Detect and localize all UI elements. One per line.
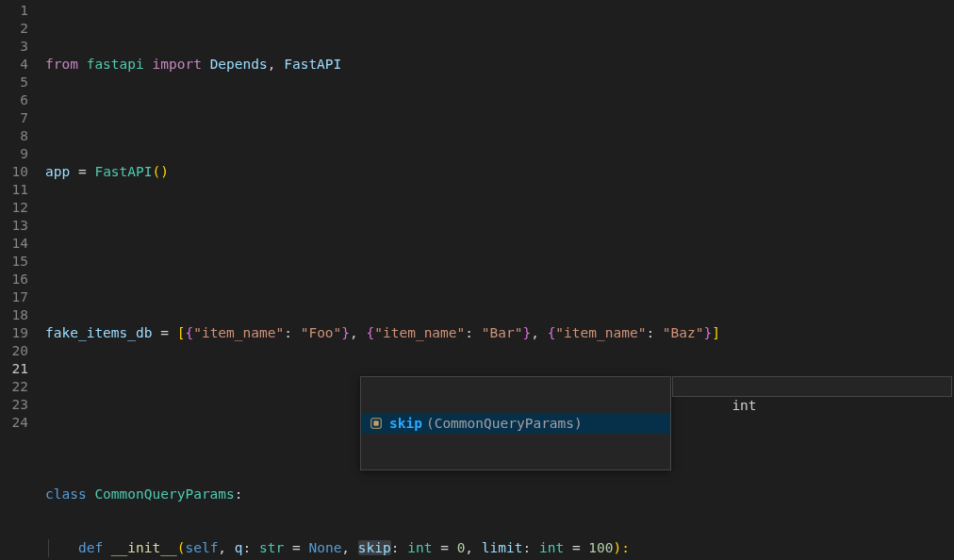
line-number: 2 [0,20,28,38]
line-number: 12 [0,199,28,217]
line-number: 15 [0,253,28,271]
line-number: 5 [0,74,28,91]
intellisense-documentation: int [672,376,952,397]
line-number: 11 [0,181,28,199]
line-number: 6 [0,91,28,109]
line-number: 8 [0,127,28,145]
line-number: 23 [0,396,28,414]
line-number: 4 [0,56,28,74]
line-number: 9 [0,145,28,163]
intellisense-popup[interactable]: skip(CommonQueryParams) [360,376,671,470]
code-line[interactable] [45,271,954,288]
code-editor[interactable]: 1 2 3 4 5 6 7 8 9 10 11 12 13 14 15 16 1… [0,0,954,560]
code-line[interactable]: app = FastAPI() [45,163,954,181]
line-number: 22 [0,378,28,396]
svg-rect-1 [373,420,378,425]
intellisense-hint: (CommonQueryParams) [426,416,583,431]
code-line[interactable]: class CommonQueryParams: [45,486,954,503]
line-number: 17 [0,288,28,306]
intellisense-match: skip [389,416,422,431]
line-number: 3 [0,38,28,56]
line-number: 19 [0,324,28,342]
field-icon [369,416,384,431]
line-number: 14 [0,235,28,253]
code-line[interactable]: fake_items_db = [{"item_name": "Foo"}, {… [45,324,954,342]
code-line[interactable] [45,217,954,235]
line-number: 20 [0,342,28,360]
line-number: 16 [0,271,28,288]
line-number: 1 [0,2,28,20]
code-line[interactable] [45,109,954,127]
line-number: 24 [0,414,28,432]
line-number: 10 [0,163,28,181]
line-number: 13 [0,217,28,235]
doc-text: int [732,398,756,413]
code-area[interactable]: from fastapi import Depends, FastAPI app… [45,0,954,560]
code-line[interactable]: def __init__(self, q: str = None, skip: … [45,539,954,557]
line-number-gutter: 1 2 3 4 5 6 7 8 9 10 11 12 13 14 15 16 1… [0,0,45,560]
intellisense-item[interactable]: skip(CommonQueryParams) [361,413,670,434]
line-number: 7 [0,109,28,127]
code-line[interactable]: from fastapi import Depends, FastAPI [45,56,954,74]
line-number: 18 [0,306,28,324]
line-number: 21 [0,360,28,378]
